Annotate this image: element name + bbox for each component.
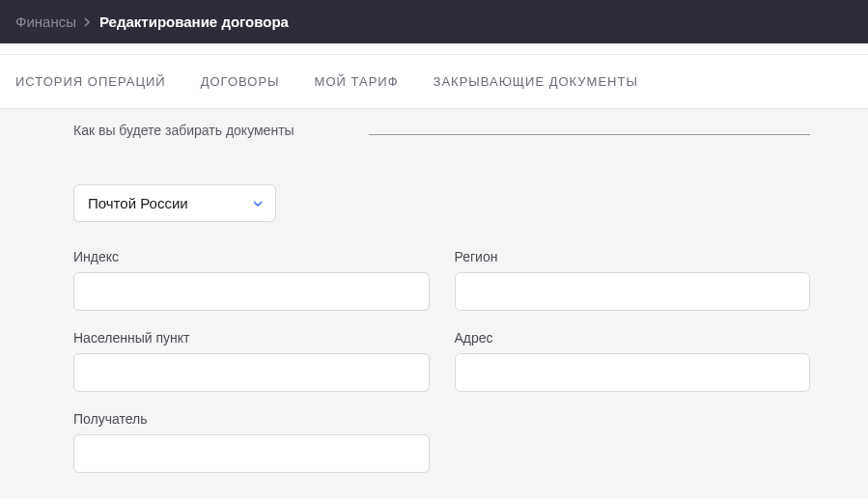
content: Как вы будете забирать документы Почтой … <box>0 109 868 492</box>
tab-operations-history[interactable]: ИСТОРИЯ ОПЕРАЦИЙ <box>15 74 166 89</box>
field-recipient: Получатель <box>73 411 430 473</box>
breadcrumb-parent[interactable]: Финансы <box>15 14 76 30</box>
input-recipient[interactable] <box>73 434 430 473</box>
tab-contracts[interactable]: ДОГОВОРЫ <box>201 74 280 89</box>
field-city: Населенный пункт <box>73 330 430 392</box>
delivery-method-select[interactable]: Почтой России <box>73 184 276 222</box>
label-address: Адрес <box>455 330 811 346</box>
field-index: Индекс <box>73 249 430 311</box>
label-index: Индекс <box>73 249 430 264</box>
label-recipient: Получатель <box>73 411 430 427</box>
label-region: Регион <box>455 249 811 264</box>
tabs: ИСТОРИЯ ОПЕРАЦИЙ ДОГОВОРЫ МОЙ ТАРИФ ЗАКР… <box>0 55 868 109</box>
tab-closing-documents[interactable]: ЗАКРЫВАЮЩИЕ ДОКУМЕНТЫ <box>434 74 638 89</box>
field-address: Адрес <box>455 330 811 392</box>
label-city: Населенный пункт <box>73 330 430 346</box>
input-region[interactable] <box>455 272 811 311</box>
section-header: Как вы будете забирать документы <box>73 123 810 138</box>
input-city[interactable] <box>73 353 430 392</box>
delivery-method-select-wrapper: Почтой России <box>73 184 276 222</box>
tab-my-tariff[interactable]: МОЙ ТАРИФ <box>315 74 399 89</box>
breadcrumb: Финансы Редактирование договора <box>0 0 868 43</box>
top-spacer <box>0 43 868 55</box>
chevron-right-icon <box>84 14 92 30</box>
input-address[interactable] <box>455 353 811 392</box>
section-title: Как вы будете забирать документы <box>73 123 363 138</box>
section-divider <box>369 134 810 135</box>
field-region: Регион <box>455 249 811 311</box>
address-form: Индекс Регион Населенный пункт Адрес Пол… <box>73 249 810 473</box>
breadcrumb-current: Редактирование договора <box>99 14 289 30</box>
input-index[interactable] <box>73 272 430 311</box>
